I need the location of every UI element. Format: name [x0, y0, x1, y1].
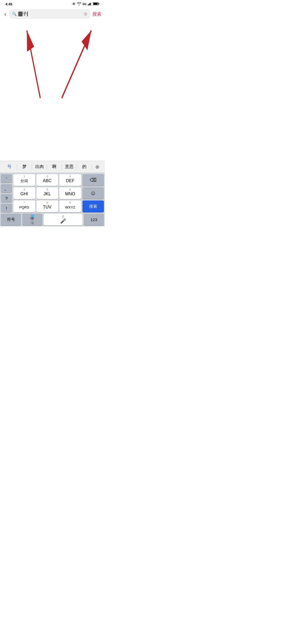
key-2-abc[interactable]: 2 ABC	[37, 174, 58, 186]
key-space[interactable]: 0 🎤	[44, 214, 82, 225]
battery-icon	[93, 2, 99, 6]
mic-icon: 🎤	[60, 218, 66, 224]
key-7-label: PQRS	[19, 205, 29, 209]
main-content	[0, 20, 105, 161]
key-2-label: ABC	[43, 178, 52, 183]
status-bar: 4:45 👁 5G	[0, 0, 105, 8]
key-lang-sub: /英	[31, 221, 34, 225]
key-search[interactable]: 搜索	[82, 200, 104, 212]
svg-line-10	[62, 30, 91, 98]
key-lang[interactable]: 🌐 中 /英	[22, 214, 42, 225]
key-comma-label: '	[6, 177, 7, 182]
candidate-item-3[interactable]: 啊	[47, 162, 62, 172]
key-1-fenci[interactable]: 1 分词	[13, 174, 35, 186]
key-question[interactable]: ?	[1, 194, 12, 203]
key-6-number: 6	[70, 188, 71, 191]
key-4-number: 4	[24, 188, 25, 191]
keyboard-search-label: 搜索	[89, 204, 97, 209]
search-text-display: 子	[18, 11, 82, 17]
key-2-number: 2	[46, 175, 48, 178]
candidate-item-4[interactable]: 意思	[62, 162, 77, 172]
key-1-label: 分词	[20, 179, 28, 184]
key-period[interactable]: 。	[1, 184, 12, 193]
search-input-container[interactable]: 🔍 子 ⊗	[9, 9, 90, 19]
key-7-number: 7	[24, 201, 25, 204]
candidate-item-5[interactable]: 的	[77, 162, 92, 172]
key-6-label: MNO	[65, 192, 75, 196]
svg-rect-2	[90, 3, 91, 5]
key-period-label: 。	[4, 186, 9, 192]
key-3-label: DEF	[66, 178, 74, 183]
keyboard: ' 。 ? ! 1 分词	[0, 173, 105, 226]
key-4-label: GHI	[20, 192, 28, 196]
svg-rect-1	[89, 3, 90, 5]
search-icon: 🔍	[12, 12, 17, 16]
candidate-item-0[interactable]: 号	[2, 162, 17, 172]
keyboard-row-1: ' 。 ? ! 1 分词	[1, 174, 104, 212]
search-text-char: 子	[23, 11, 27, 17]
key-123-label: 123	[90, 217, 97, 222]
back-button[interactable]: ‹	[3, 10, 7, 18]
key-3-number: 3	[70, 175, 71, 178]
clear-button[interactable]: ⊗	[84, 11, 88, 17]
wifi-icon	[77, 2, 81, 6]
key-exclaim-label: !	[6, 206, 7, 211]
key-5-number: 5	[46, 188, 48, 191]
page-wrapper: 4:45 👁 5G	[0, 0, 105, 226]
key-delete[interactable]: ⌫	[82, 174, 104, 186]
candidate-item-2[interactable]: 出肉	[32, 162, 47, 172]
key-123[interactable]: 123	[84, 214, 104, 225]
status-icons: 👁 5G	[72, 2, 99, 6]
key-5-label: JKL	[44, 192, 51, 196]
signal-icon	[88, 2, 92, 6]
emoji-icon: ☺	[90, 190, 96, 197]
svg-rect-6	[99, 3, 99, 5]
key-5-jkl[interactable]: 5 JKL	[37, 187, 58, 199]
search-action-button[interactable]: 搜索	[92, 11, 102, 17]
key-1-number: 1	[24, 175, 25, 178]
key-fuHao-label: 符号	[7, 217, 15, 222]
candidate-item-1[interactable]: 梦	[17, 162, 32, 172]
key-exclaim[interactable]: !	[1, 204, 12, 212]
key-8-label: TUV	[43, 205, 52, 210]
key-9-number: 9	[70, 201, 71, 204]
5g-badge: 5G	[82, 2, 86, 6]
svg-rect-0	[88, 4, 89, 5]
key-8-tuv[interactable]: 8 TUV	[37, 200, 58, 212]
annotation-arrows	[0, 20, 105, 161]
delete-icon: ⌫	[90, 177, 96, 183]
key-8-number: 8	[46, 201, 48, 204]
key-3-def[interactable]: 3 DEF	[59, 174, 81, 186]
svg-line-9	[27, 30, 40, 98]
search-text-block	[18, 12, 23, 16]
key-comma[interactable]: '	[1, 174, 12, 183]
key-fuHao[interactable]: 符号	[1, 214, 21, 225]
key-9-label: WXYZ	[65, 205, 75, 209]
candidate-bar: 号 梦 出肉 啊 意思 的 ⊗	[0, 161, 105, 173]
key-question-label: ?	[5, 196, 8, 201]
key-9-wxyz[interactable]: 9 WXYZ	[59, 200, 81, 212]
key-7-pqrs[interactable]: 7 PQRS	[13, 200, 35, 212]
candidate-delete-button[interactable]: ⊗	[92, 164, 103, 170]
keyboard-bottom-row: 符号 🌐 中 /英 0 🎤 123	[1, 214, 104, 225]
svg-rect-3	[91, 2, 92, 5]
key-4-ghi[interactable]: 4 GHI	[13, 187, 35, 199]
eye-icon: 👁	[72, 2, 76, 6]
search-bar-row: ‹ 🔍 子 ⊗ 搜索	[0, 8, 105, 20]
text-cursor	[27, 12, 28, 16]
key-emoji[interactable]: ☺	[82, 187, 104, 199]
space-key-number: 0	[62, 215, 64, 218]
svg-rect-5	[93, 3, 98, 5]
status-time: 4:45	[5, 2, 12, 6]
key-6-mno[interactable]: 6 MNO	[59, 187, 81, 199]
